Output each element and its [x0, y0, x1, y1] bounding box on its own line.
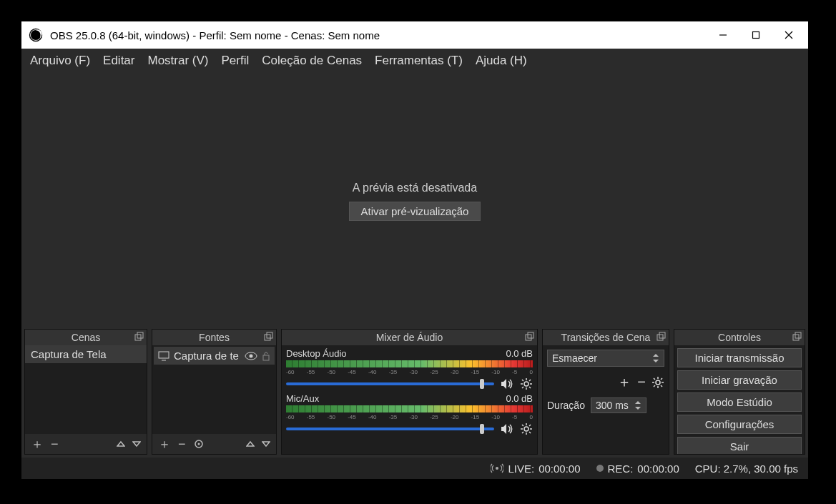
- menu-scene-collection[interactable]: Coleção de Cenas: [262, 54, 362, 68]
- sources-title: Fontes: [199, 332, 230, 343]
- svg-line-34: [529, 432, 531, 433]
- scenes-list[interactable]: Captura de Tela ＋ −: [25, 345, 147, 454]
- svg-rect-8: [265, 335, 270, 340]
- remove-transition-button[interactable]: −: [637, 374, 646, 390]
- rec-status: REC: 00:00:00: [596, 463, 679, 475]
- sources-toolbar: ＋ −: [152, 434, 276, 454]
- visibility-icon[interactable]: [245, 352, 257, 360]
- channel-name: Mic/Aux: [286, 393, 319, 404]
- svg-rect-3: [753, 32, 759, 39]
- updown-icon: [652, 353, 659, 363]
- scene-item[interactable]: Captura de Tela: [25, 345, 147, 363]
- gear-icon[interactable]: [520, 423, 533, 435]
- enable-preview-button[interactable]: Ativar pré-vizualização: [349, 202, 481, 221]
- mixer-header: Mixer de Áudio: [282, 330, 537, 345]
- preview-disabled-text: A prévia está desativada: [353, 182, 477, 194]
- svg-rect-49: [795, 332, 801, 338]
- meter-ticks: -60-55-50-45-40-35-30-25-20-15-10-50: [286, 414, 533, 421]
- source-properties-button[interactable]: [193, 438, 205, 450]
- popout-icon[interactable]: [792, 332, 802, 342]
- menu-help[interactable]: Ajuda (H): [476, 54, 527, 68]
- svg-point-13: [250, 354, 253, 357]
- minimize-button[interactable]: [707, 21, 739, 49]
- remove-source-button[interactable]: −: [178, 438, 186, 450]
- statusbar: LIVE: 00:00:00 REC: 00:00:00 CPU: 2.7%, …: [21, 458, 808, 479]
- add-scene-button[interactable]: ＋: [31, 438, 44, 450]
- duration-spinner[interactable]: 300 ms: [591, 397, 646, 413]
- controls-title: Controles: [718, 332, 761, 343]
- window-buttons: [707, 21, 805, 49]
- remove-scene-button[interactable]: −: [51, 438, 59, 450]
- sources-list[interactable]: Captura de te ＋ −: [152, 345, 276, 454]
- popout-icon[interactable]: [524, 332, 534, 342]
- live-time: 00:00:00: [539, 463, 580, 475]
- meter-ticks: -60-55-50-45-40-35-30-25-20-15-10-50: [286, 369, 533, 376]
- maximize-button[interactable]: [739, 21, 772, 49]
- duration-value: 300 ms: [596, 400, 629, 411]
- start-stream-button[interactable]: Iniciar transmissão: [677, 348, 802, 367]
- svg-point-16: [197, 443, 200, 445]
- duration-label: Duração: [547, 400, 585, 411]
- svg-rect-7: [137, 332, 143, 338]
- mixer-channel-desktop: Desktop Áudio 0.0 dB -60-55-50-45-40-35-…: [286, 348, 533, 390]
- svg-rect-38: [659, 332, 665, 338]
- studio-mode-button[interactable]: Modo Estúdio: [677, 392, 802, 412]
- lock-icon[interactable]: [262, 351, 270, 361]
- move-source-down-button[interactable]: [262, 440, 270, 448]
- menu-file[interactable]: Arquivo (F): [30, 54, 90, 68]
- add-transition-button[interactable]: ＋: [617, 372, 631, 392]
- scenes-dock: Cenas Captura de Tela ＋ −: [24, 329, 147, 455]
- menu-profile[interactable]: Perfil: [222, 54, 250, 68]
- close-button[interactable]: [772, 21, 805, 49]
- exit-button[interactable]: Sair: [677, 437, 802, 454]
- speaker-icon[interactable]: [500, 378, 514, 390]
- svg-point-0: [29, 29, 42, 41]
- settings-button[interactable]: Configurações: [677, 415, 802, 434]
- menu-edit[interactable]: Editar: [103, 54, 134, 68]
- updown-icon: [634, 400, 641, 410]
- svg-line-46: [661, 378, 662, 380]
- menu-view[interactable]: Mostrar (V): [148, 54, 209, 68]
- svg-rect-9: [267, 332, 272, 338]
- popout-icon[interactable]: [656, 332, 666, 342]
- titlebar: OBS 25.0.8 (64-bit, windows) - Perfil: S…: [21, 21, 808, 49]
- docks-row: Cenas Captura de Tela ＋ − Fontes: [21, 329, 808, 458]
- svg-point-28: [524, 427, 528, 431]
- start-record-button[interactable]: Iniciar gravação: [677, 370, 802, 390]
- window-title: OBS 25.0.8 (64-bit, windows) - Perfil: S…: [50, 29, 707, 41]
- sources-dock: Fontes Captura de te ＋ −: [152, 329, 277, 455]
- controls-dock: Controles Iniciar transmissão Iniciar gr…: [674, 329, 805, 455]
- mixer-dock: Mixer de Áudio Desktop Áudio 0.0 dB -60-…: [281, 329, 538, 455]
- gear-icon[interactable]: [651, 376, 664, 389]
- obs-logo-icon: [29, 28, 43, 42]
- svg-rect-14: [263, 355, 269, 360]
- mixer-channel-mic: Mic/Aux 0.0 dB -60-55-50-45-40-35-30-25-…: [286, 393, 533, 435]
- popout-icon[interactable]: [134, 332, 144, 342]
- preview-area: A prévia está desativada Ativar pré-vizu…: [21, 73, 808, 329]
- menubar: Arquivo (F) Editar Mostrar (V) Perfil Co…: [21, 49, 808, 73]
- popout-icon[interactable]: [263, 332, 273, 342]
- move-source-up-button[interactable]: [246, 440, 255, 448]
- speaker-icon[interactable]: [500, 423, 514, 435]
- svg-rect-18: [528, 332, 533, 338]
- level-meter: [286, 360, 533, 367]
- controls-body: Iniciar transmissão Iniciar gravação Mod…: [674, 345, 805, 454]
- menu-tools[interactable]: Ferramentas (T): [375, 54, 463, 68]
- volume-slider[interactable]: [286, 382, 494, 385]
- svg-rect-6: [135, 335, 141, 340]
- move-scene-down-button[interactable]: [132, 440, 141, 448]
- add-source-button[interactable]: ＋: [158, 438, 171, 450]
- transition-select[interactable]: Esmaecer: [547, 350, 664, 367]
- channel-level: 0.0 dB: [506, 393, 533, 404]
- svg-line-25: [529, 387, 531, 388]
- volume-slider[interactable]: [286, 428, 494, 430]
- source-item[interactable]: Captura de te: [154, 347, 275, 365]
- svg-line-44: [654, 378, 655, 380]
- gear-icon[interactable]: [520, 377, 533, 390]
- svg-line-24: [522, 380, 523, 381]
- transitions-header: Transições de Cena: [543, 330, 669, 345]
- monitor-icon: [158, 351, 169, 361]
- channel-name: Desktop Áudio: [286, 348, 347, 359]
- move-scene-up-button[interactable]: [117, 440, 125, 448]
- svg-line-27: [522, 387, 523, 388]
